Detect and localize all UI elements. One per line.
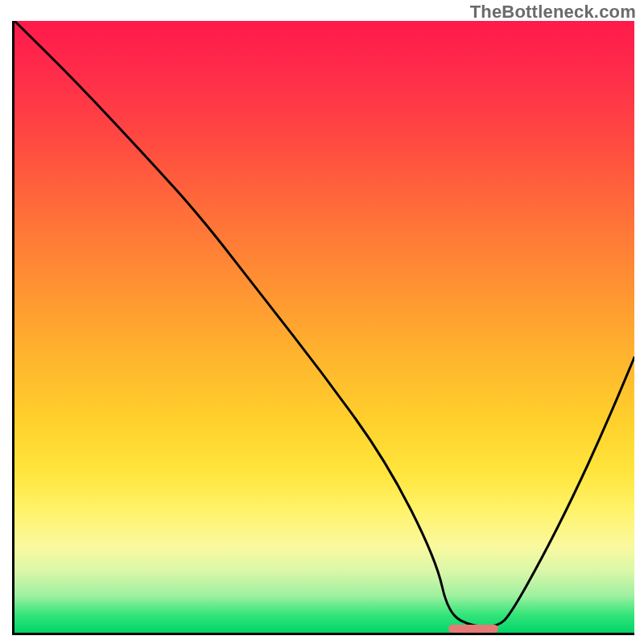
watermark-label: TheBottleneck.com — [470, 2, 636, 23]
optimum-marker — [448, 625, 498, 633]
plot-area — [12, 21, 634, 635]
bottleneck-curve — [14, 21, 634, 633]
curve-path — [14, 21, 634, 626]
chart-container: TheBottleneck.com — [0, 0, 644, 644]
